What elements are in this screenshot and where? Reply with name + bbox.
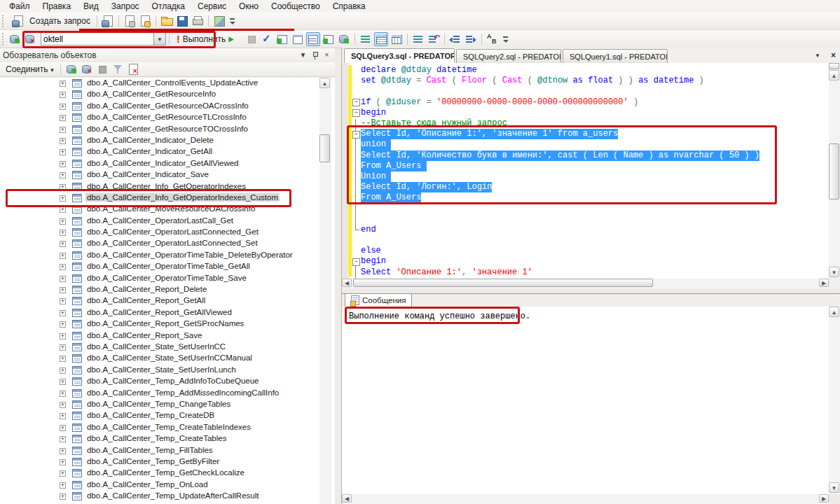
menu-item-Отладка[interactable]: Отладка: [146, 1, 191, 12]
expand-plus-icon[interactable]: [60, 448, 66, 454]
filter-objects-icon[interactable]: [111, 63, 124, 76]
tab-list-dropdown-icon[interactable]: ▼: [815, 52, 820, 59]
database-combo[interactable]: ▼: [41, 32, 166, 46]
tree-row[interactable]: dbo.A_CallCenter_Info_GetOperatorIndexes…: [0, 192, 335, 204]
tree-row[interactable]: dbo.A_CallCenter_Report_GetAllViewed: [0, 307, 335, 318]
debug-query-icon[interactable]: [276, 33, 289, 46]
connect-object-icon[interactable]: [65, 63, 78, 76]
expand-plus-icon[interactable]: [60, 413, 66, 419]
tree-row[interactable]: dbo.A_CallCenter_GetResourceOACrossInfo: [0, 101, 335, 112]
code-line[interactable]: begin: [352, 256, 829, 267]
code-line[interactable]: end: [352, 225, 829, 235]
print-icon[interactable]: [191, 15, 204, 27]
tree-row[interactable]: dbo.A_CallCenter_OperatorLastConnected_G…: [0, 227, 335, 238]
activity-monitor-icon[interactable]: [213, 15, 226, 27]
splitter-handle[interactable]: [829, 63, 839, 69]
cancel-query-icon[interactable]: [245, 33, 258, 46]
new-query-icon[interactable]: [102, 15, 114, 27]
code-line[interactable]: set @dtday = Cast ( Floor ( Cast ( @dtno…: [352, 76, 829, 86]
tree-row[interactable]: dbo.A_CallCenter_MoveResourceOACrossInfo: [0, 204, 335, 215]
tree-row[interactable]: dbo.A_CallCenter_State_SetUserInCCManual: [0, 353, 335, 364]
scroll-left-icon[interactable]: ◀: [342, 279, 352, 287]
code-line[interactable]: else: [352, 246, 829, 256]
tree-row[interactable]: dbo.A_CallCenter_OperatorTimeTable_Save: [0, 273, 335, 284]
tree-row[interactable]: dbo.A_CallCenter_Indicator_Delete: [0, 135, 335, 146]
tree-row[interactable]: dbo.A_CallCenter_OperatorLastConnected_S…: [0, 238, 335, 249]
scroll-down-icon[interactable]: ▼: [829, 267, 839, 277]
tree-row[interactable]: dbo.A_CallCenter_Report_Save: [0, 330, 335, 342]
editor-tab[interactable]: SQLQuery1.sql - PREDATORXXX...54))*: [563, 49, 668, 63]
expand-plus-icon[interactable]: [60, 161, 66, 167]
tree-row[interactable]: dbo.A_CallCenter_OperatorLastCall_Get: [0, 216, 335, 227]
tree-row[interactable]: dbo.A_CallCenter_Temp_AddMissedIncomingC…: [0, 388, 335, 399]
decrease-indent-icon[interactable]: [449, 33, 462, 46]
messages-tab[interactable]: Сообщения: [345, 294, 412, 307]
close-panel-icon[interactable]: ×: [322, 50, 332, 60]
code-line[interactable]: [352, 86, 829, 97]
new-query-button[interactable]: Создать запрос: [7, 13, 94, 29]
expand-plus-icon[interactable]: [60, 333, 66, 340]
expand-plus-icon[interactable]: [60, 425, 66, 431]
expand-plus-icon[interactable]: [60, 356, 66, 362]
tree-row[interactable]: dbo.A_CallCenter_Temp_FillTables: [0, 445, 335, 456]
tree-row[interactable]: dbo.A_CallCenter_Info_GetOperatorIndexes: [0, 181, 335, 192]
query-options-icon[interactable]: [338, 33, 350, 46]
expand-plus-icon[interactable]: [60, 436, 66, 442]
expand-plus-icon[interactable]: [60, 321, 66, 328]
tree-row[interactable]: dbo.A_CallCenter_State_SetUserInCC: [0, 342, 335, 353]
tree-row[interactable]: dbo.A_CallCenter_ControlEvents_UpdateAct…: [0, 78, 335, 89]
scroll-right-icon[interactable]: ▶: [819, 279, 829, 287]
expand-plus-icon[interactable]: [60, 264, 66, 270]
tree-row[interactable]: dbo.A_CallCenter_Temp_UpdateAfterCallRes…: [0, 491, 335, 502]
editor-vscrollbar-thumb[interactable]: [829, 144, 839, 200]
expand-plus-icon[interactable]: [60, 80, 66, 87]
menu-item-Справка[interactable]: Справка: [326, 1, 372, 12]
expand-plus-icon[interactable]: [60, 92, 66, 98]
new-text-file-icon[interactable]: [123, 15, 136, 27]
code-line[interactable]: declare @dtday datetime: [352, 65, 829, 76]
toolbar-overflow-icon[interactable]: [502, 34, 510, 45]
tree-row[interactable]: dbo.A_CallCenter_Temp_CreateTableIndexes: [0, 422, 335, 433]
menu-item-Файл[interactable]: Файл: [3, 1, 36, 12]
code-line[interactable]: From A_Users: [352, 161, 829, 172]
change-case-icon[interactable]: [486, 33, 499, 46]
menu-item-Сервис[interactable]: Сервис: [191, 1, 233, 12]
menu-item-Вид[interactable]: Вид: [77, 1, 105, 12]
scroll-up-icon[interactable]: ▲: [829, 70, 839, 80]
scroll-up-icon[interactable]: ▲: [319, 78, 330, 88]
tree-row[interactable]: dbo.A_CallCenter_Indicator_GetAll: [0, 146, 335, 158]
editor-hscrollbar-thumb[interactable]: [353, 279, 653, 287]
tab-close-icon[interactable]: ×: [831, 50, 836, 60]
expand-plus-icon[interactable]: [60, 172, 66, 178]
tree-row[interactable]: dbo.A_CallCenter_GetResourceInfo: [0, 89, 335, 100]
expand-plus-icon[interactable]: [60, 470, 66, 477]
expand-plus-icon[interactable]: [60, 298, 66, 304]
menu-item-Запрос[interactable]: Запрос: [105, 1, 146, 12]
code-line[interactable]: Select Id, 'Логин:', Login: [352, 182, 829, 192]
messages-vscrollbar[interactable]: ▲ ▼: [829, 307, 840, 494]
menu-item-Правка[interactable]: Правка: [36, 1, 78, 12]
new-project-icon[interactable]: [139, 15, 151, 27]
messages-hscrollbar[interactable]: ◀ ▶: [342, 494, 829, 504]
code-line[interactable]: [352, 214, 829, 225]
disconnect-object-icon[interactable]: [81, 63, 93, 76]
tree-row[interactable]: dbo.A_CallCenter_Temp_CreateTables: [0, 433, 335, 444]
scroll-right-icon[interactable]: ▶: [819, 494, 829, 503]
tree-row[interactable]: dbo.A_CallCenter_Temp_OnLoad: [0, 479, 335, 491]
expand-plus-icon[interactable]: [60, 104, 66, 110]
expand-plus-icon[interactable]: [60, 310, 66, 316]
tree-scrollbar[interactable]: ▲: [319, 78, 331, 504]
tree-row[interactable]: dbo.A_CallCenter_OperatorTimeTable_GetAl…: [0, 261, 335, 272]
comment-lines-icon[interactable]: [412, 33, 425, 46]
expand-plus-icon[interactable]: [60, 379, 66, 385]
tree-row[interactable]: dbo.A_CallCenter_Temp_AddInfoToCubeQueue: [0, 376, 335, 387]
code-line[interactable]: [352, 203, 829, 214]
tree-row[interactable]: dbo.A_CallCenter_Report_GetSProcNames: [0, 318, 335, 330]
vertical-splitter[interactable]: [335, 48, 341, 504]
expand-plus-icon[interactable]: [60, 368, 66, 374]
code-line[interactable]: Select Id, 'Количество букв в имени:', c…: [352, 150, 829, 161]
scroll-down-icon[interactable]: ▼: [829, 482, 839, 493]
window-position-icon[interactable]: ▼: [298, 50, 308, 60]
tree-row[interactable]: dbo.A_CallCenter_Temp_ChangeTables: [0, 399, 335, 410]
toolbar-grip[interactable]: [1, 15, 5, 27]
